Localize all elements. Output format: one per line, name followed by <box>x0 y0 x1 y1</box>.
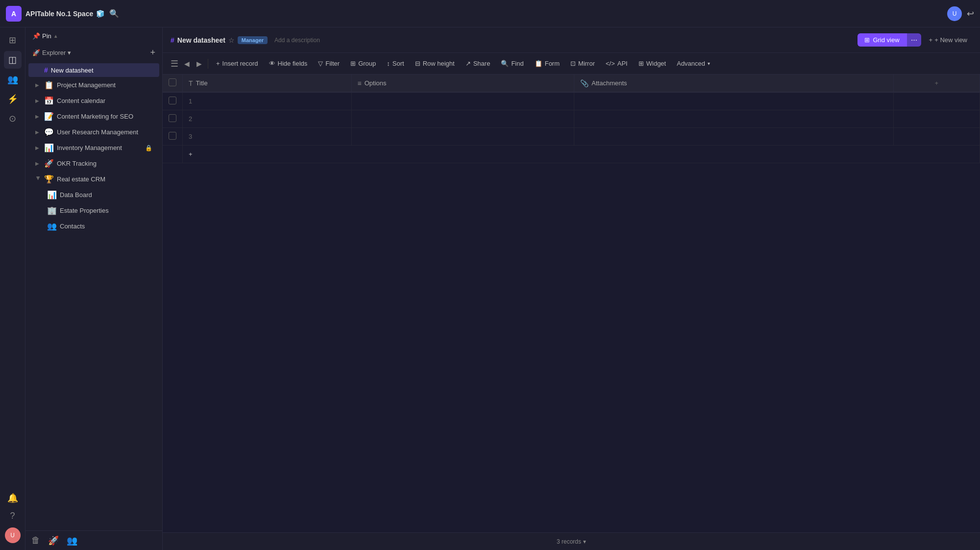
sidebar-icons: ⊞ ◫ 👥 ⚡ ⊙ 🔔 ? U <box>0 27 25 550</box>
sidebar-item-project-management[interactable]: ▶ 📋 Project Management <box>28 77 159 93</box>
grid-view-button[interactable]: ⊞ Grid view <box>858 33 906 47</box>
content-marketing-chevron-icon: ▶ <box>35 114 41 119</box>
find-button[interactable]: 🔍 Find <box>496 57 528 70</box>
api-button[interactable]: </> API <box>601 57 633 70</box>
row-3-options[interactable] <box>574 128 893 146</box>
add-row-checkbox-cell <box>163 146 183 163</box>
advanced-label: Advanced <box>677 60 705 67</box>
add-row[interactable]: + <box>163 146 980 163</box>
find-icon: 🔍 <box>501 60 509 67</box>
inventory-lock-icon: 🔒 <box>145 145 152 151</box>
row-1-options[interactable] <box>574 92 893 110</box>
project-management-label: Project Management <box>57 81 116 89</box>
add-column-button[interactable]: + <box>893 75 980 92</box>
attachments-type-icon: 📎 <box>580 79 588 87</box>
template-button[interactable]: 🚀 <box>48 535 59 546</box>
sidebar-icon-settings[interactable]: ⊙ <box>4 110 22 127</box>
sidebar-item-data-board[interactable]: 📊 Data Board <box>28 187 159 202</box>
form-button[interactable]: 📋 Form <box>530 57 564 70</box>
sidebar-item-new-datasheet[interactable]: # New datasheet <box>28 63 159 77</box>
new-view-button[interactable]: + + New view <box>924 33 972 47</box>
sidebar-item-estate-properties[interactable]: 🏢 Estate Properties <box>28 203 159 218</box>
real-estate-chevron-icon: ▶ <box>36 176 41 182</box>
data-board-icon: 📊 <box>47 190 57 200</box>
hide-fields-icon: 👁 <box>269 60 275 67</box>
sidebar-icon-automation[interactable]: ⚡ <box>4 90 22 108</box>
forward-button[interactable]: ▶ <box>194 58 205 70</box>
plus-icon: + <box>929 36 933 44</box>
row-3-title[interactable] <box>351 128 574 146</box>
advanced-chevron-icon: ▾ <box>708 61 710 66</box>
inventory-chevron-icon: ▶ <box>35 145 41 150</box>
mirror-button[interactable]: ⊡ Mirror <box>565 57 600 70</box>
filter-button[interactable]: ▽ Filter <box>313 57 344 70</box>
insert-record-icon: + <box>216 60 220 67</box>
insert-record-label: Insert record <box>222 60 258 67</box>
sheet-header: # New datasheet ☆ Manager Add a descript… <box>163 27 980 53</box>
attachments-column-header[interactable]: 📎 Attachments <box>574 75 893 92</box>
title-column-header[interactable]: T Title <box>183 75 352 92</box>
sidebar-item-content-calendar[interactable]: ▶ 📅 Content calendar <box>28 93 159 108</box>
trash-button[interactable]: 🗑 <box>31 535 40 546</box>
back-button[interactable]: ◀ <box>181 58 193 70</box>
insert-record-button[interactable]: + Insert record <box>211 57 263 70</box>
workspace-avatar: A <box>6 6 22 22</box>
explorer-title[interactable]: 🚀 Explorer ▾ <box>32 49 71 56</box>
share-button[interactable]: ↗ Share <box>461 57 495 70</box>
row-2-title[interactable] <box>351 110 574 128</box>
notifications-icon[interactable]: ↩ <box>967 8 974 19</box>
star-button[interactable]: ☆ <box>228 36 235 44</box>
sidebar-item-contacts[interactable]: 👥 Contacts <box>28 219 159 234</box>
add-row-button[interactable]: + <box>183 146 980 163</box>
row-3-checkbox[interactable] <box>163 128 183 146</box>
workspace-emoji-icon: 🧊 <box>96 10 104 18</box>
real-estate-icon: 🏆 <box>44 175 54 184</box>
sort-button[interactable]: ↕ Sort <box>382 57 409 70</box>
search-button[interactable]: 🔍 <box>109 9 119 18</box>
new-datasheet-hash-icon: # <box>44 66 48 74</box>
row-2-checkbox[interactable] <box>163 110 183 128</box>
nav-items: # New datasheet ▶ 📋 Project Management ▶… <box>25 61 162 530</box>
records-footer[interactable]: 3 records ▾ <box>163 532 980 550</box>
user-research-icon: 💬 <box>44 127 54 137</box>
add-datasheet-button[interactable]: + <box>150 48 155 58</box>
options-column-header[interactable]: ≡ Options <box>351 75 574 92</box>
view-switcher: ⊞ Grid view ⋯ <box>858 33 921 47</box>
row-2-attachments[interactable] <box>893 110 980 128</box>
row-1-title[interactable] <box>351 92 574 110</box>
row-1-checkbox[interactable] <box>163 92 183 110</box>
checkbox-column-header[interactable] <box>163 75 183 92</box>
filter-label: Filter <box>325 60 340 67</box>
sidebar-toggle-button[interactable]: ☰ <box>169 56 180 71</box>
contacts-icon: 👥 <box>47 222 57 231</box>
view-menu-button[interactable]: ⋯ <box>906 33 921 47</box>
toolbar: ☰ ◀ ▶ + Insert record 👁 Hide fields ▽ Fi… <box>163 53 980 75</box>
sheet-description[interactable]: Add a description <box>274 37 320 44</box>
filter-icon: ▽ <box>318 60 323 67</box>
pin-label[interactable]: 📌 Pin ▲ <box>32 32 58 40</box>
sidebar-icon-home[interactable]: ⊞ <box>4 31 22 49</box>
sidebar-icon-help[interactable]: ? <box>4 507 22 525</box>
advanced-button[interactable]: Advanced ▾ <box>672 57 715 70</box>
sidebar-item-user-research[interactable]: ▶ 💬 User Research Management <box>28 125 159 140</box>
sidebar-icon-team[interactable]: 👥 <box>4 71 22 88</box>
sidebar-user-avatar[interactable]: U <box>5 527 21 543</box>
row-height-button[interactable]: ⊟ Row height <box>410 57 460 70</box>
group-button[interactable]: ⊞ Group <box>345 57 381 70</box>
sidebar-item-real-estate-crm[interactable]: ▶ 🏆 Real estate CRM <box>28 172 159 187</box>
sidebar-icon-table[interactable]: ◫ <box>4 51 22 69</box>
sidebar-item-inventory-management[interactable]: ▶ 📊 Inventory Management 🔒 <box>28 140 159 155</box>
sidebar-item-okr-tracking[interactable]: ▶ 🚀 OKR Tracking <box>28 156 159 171</box>
mirror-label: Mirror <box>578 60 595 67</box>
explorer-title-text: Explorer <box>42 49 66 56</box>
row-2-options[interactable] <box>574 110 893 128</box>
row-1-attachments[interactable] <box>893 92 980 110</box>
hide-fields-button[interactable]: 👁 Hide fields <box>264 57 313 70</box>
widget-button[interactable]: ⊞ Widget <box>634 57 671 70</box>
select-all-checkbox[interactable] <box>169 78 176 86</box>
inventory-icon: 📊 <box>44 143 54 152</box>
row-3-attachments[interactable] <box>893 128 980 146</box>
share-button[interactable]: 👥 <box>67 535 77 546</box>
sidebar-icon-notifications[interactable]: 🔔 <box>4 489 22 507</box>
sidebar-item-content-marketing[interactable]: ▶ 📝 Content Marketing for SEO <box>28 109 159 124</box>
